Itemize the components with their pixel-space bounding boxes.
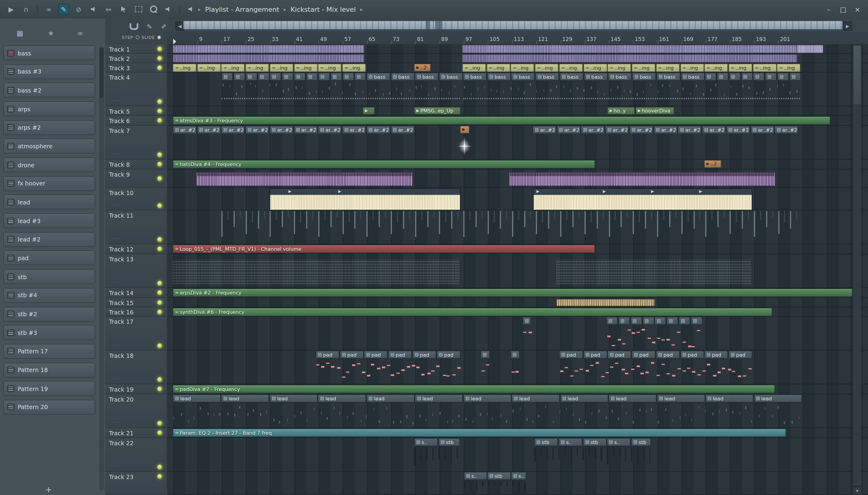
pattern-clip[interactable]: ▤lead (366, 394, 415, 403)
pattern-clip[interactable]: ▤ (777, 73, 789, 81)
pattern-list-item[interactable]: bass #2 (3, 83, 95, 98)
pattern-clip[interactable]: ▤ar..#2 (654, 126, 678, 134)
pattern-clip[interactable]: ▤lead (221, 394, 270, 403)
pattern-clip[interactable]: ▤pad (704, 351, 728, 359)
audio-clip[interactable]: ≈..ing (656, 64, 680, 72)
pattern-list-item[interactable]: Pattern 20 (3, 400, 95, 415)
audio-clip[interactable]: ≈..ing (197, 64, 221, 72)
pattern-clip[interactable]: ▤stb (438, 438, 460, 446)
track-header[interactable]: Track 2 (105, 54, 166, 63)
automation-steps-preview[interactable] (173, 259, 459, 284)
headphones-icon[interactable]: ∩ (20, 4, 32, 15)
audio-texture-clip[interactable] (797, 45, 823, 53)
pattern-clip[interactable]: ▤pad (388, 351, 412, 359)
pattern-clip[interactable]: ▤ (306, 73, 318, 81)
pattern-clip[interactable]: ▤lead (512, 394, 560, 403)
audio-clip[interactable]: ≈..ing (535, 64, 559, 72)
play-icon[interactable]: ▶ (5, 4, 17, 15)
pattern-clip[interactable]: ▤lead (173, 394, 221, 403)
pattern-clip[interactable]: ▤ar..#2 (245, 126, 269, 134)
mute-led[interactable] (157, 387, 162, 392)
pattern-list-item[interactable]: pad (3, 251, 95, 266)
pattern-clip[interactable]: ▤ (705, 73, 716, 81)
marker-clip[interactable]: ▶ho..y (607, 107, 635, 115)
audio-texture-clip[interactable] (196, 172, 412, 186)
marker-clip[interactable]: ▶PMSG..ep_Up (414, 107, 461, 115)
audio-clip[interactable]: ≈..ing (632, 64, 656, 72)
pattern-clip[interactable]: ▤bass (584, 73, 608, 81)
pattern-clip[interactable]: ▤bass (511, 73, 535, 81)
audio-texture-clip[interactable] (173, 45, 364, 53)
step-slide-toggles[interactable]: STEP SLIDE (122, 35, 161, 40)
pattern-clip[interactable]: ▤ar..#2 (173, 126, 196, 134)
mute-led[interactable] (157, 237, 162, 242)
pattern-clip[interactable]: ▤s.. (607, 438, 630, 446)
automation-clip[interactable]: ∞Param. EQ 2 - Insert 27 - Band 7 freq (173, 429, 786, 437)
pattern-clip[interactable]: ▤ (679, 317, 691, 325)
playhead-marker[interactable] (173, 39, 176, 44)
pattern-clip[interactable]: ▤ar..#2 (629, 126, 653, 134)
mute-led[interactable] (157, 246, 162, 252)
pattern-list-item[interactable]: bass #3 (3, 64, 95, 79)
pattern-clip[interactable]: ▤ (523, 317, 531, 325)
timeline-ruler[interactable]: 9172533414957657381899710511312112913714… (167, 32, 854, 45)
pattern-clip[interactable]: ▤pad (364, 351, 388, 359)
pattern-clip[interactable]: ▤ar..#2 (557, 126, 580, 134)
pattern-list-item[interactable]: stb #2 (3, 307, 95, 322)
marker-clip[interactable]: ▶ (363, 107, 375, 115)
pattern-clip[interactable]: ▤ar..#2 (775, 126, 798, 134)
track-header[interactable]: Track 11··· (105, 210, 166, 244)
paint-icon[interactable]: ✐ (159, 22, 168, 31)
track-header[interactable]: Track 18··· (105, 351, 166, 385)
mute-led[interactable] (157, 421, 162, 426)
pattern-clip[interactable]: ▤ (618, 317, 630, 325)
track-header[interactable]: Track 19 (105, 385, 166, 394)
pattern-clip[interactable]: ▤lead (463, 394, 511, 403)
track-header[interactable]: Track 14 (105, 288, 166, 298)
pattern-clip[interactable]: ▤ar..#2 (678, 126, 701, 134)
pattern-list-item[interactable]: arps (3, 101, 95, 116)
track-lane[interactable] (167, 298, 868, 307)
scroll-down-button[interactable]: ▾ (853, 487, 862, 495)
pattern-clip[interactable]: ▤lead (270, 394, 318, 403)
audio-texture-clip[interactable] (462, 45, 797, 53)
pattern-clip[interactable]: ▤ (282, 73, 294, 81)
pattern-clip[interactable]: ▤bass (463, 73, 487, 81)
track-header[interactable]: Track 6 (105, 116, 166, 126)
pattern-clip[interactable]: ▤lead (754, 394, 802, 403)
track-header[interactable]: Track 20··· (105, 394, 166, 428)
pattern-clip[interactable]: ▤pad (315, 351, 340, 359)
pattern-clip[interactable]: ▤ (789, 73, 801, 81)
track-header[interactable]: Track 13··· (105, 254, 166, 288)
track-header[interactable]: Track 1 (105, 44, 166, 54)
track-header[interactable]: Track 10··· (105, 188, 166, 210)
mute-led[interactable] (157, 99, 162, 104)
track-resize-grip[interactable]: ··· (114, 98, 121, 103)
close-button[interactable]: × (851, 4, 864, 15)
pattern-clip[interactable]: ▤pad (728, 351, 752, 359)
pattern-clip[interactable]: ▤ar..#2 (581, 126, 605, 134)
pattern-clip[interactable]: ▤bass (656, 73, 680, 81)
audio-clip[interactable]: ≈..ing (342, 64, 366, 72)
pattern-clip[interactable]: ▤bass (439, 73, 463, 81)
mute-led[interactable] (157, 474, 162, 479)
zoom-tool-icon[interactable] (148, 4, 159, 15)
pattern-clip[interactable]: ▤pad (632, 351, 656, 359)
audio-clip[interactable]: ≈..ing (221, 64, 245, 72)
picker-scrollbar[interactable] (99, 47, 104, 491)
pattern-clip[interactable]: ▤bass (560, 73, 584, 81)
pattern-clip[interactable]: ▤bass (680, 73, 704, 81)
track-header[interactable]: Track 7··· (105, 126, 166, 159)
pattern-clip[interactable]: ▤ (510, 351, 520, 359)
maximize-button[interactable]: □ (837, 4, 849, 15)
automation-clip[interactable]: ∞hatsDiva #4 - Frequency (173, 160, 595, 169)
pattern-clip[interactable]: ▤pad (583, 351, 607, 359)
pattern-clip[interactable]: ▤s.. (511, 472, 526, 480)
vertical-scrollbar[interactable] (853, 44, 862, 486)
pattern-clip[interactable]: ▤bass (390, 73, 414, 81)
pattern-clip[interactable]: ▤ (270, 73, 281, 81)
pattern-clip[interactable]: ▤lead (318, 394, 366, 403)
track-header[interactable]: Track 5 (105, 106, 166, 116)
pattern-clip[interactable]: ▤ (222, 73, 233, 81)
audio-texture-clip[interactable] (173, 54, 364, 63)
